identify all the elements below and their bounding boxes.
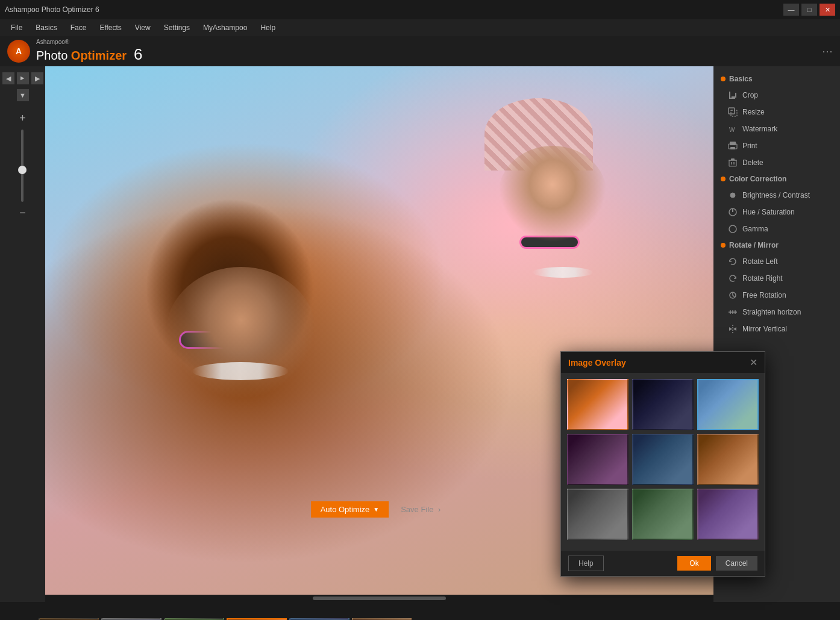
panel-item-gamma[interactable]: Gamma xyxy=(713,221,840,237)
panel-item-rotate-right[interactable]: Rotate Right xyxy=(713,270,840,287)
svg-point-14 xyxy=(729,225,736,233)
svg-rect-1 xyxy=(731,110,737,116)
nav-left-button[interactable]: ◀ xyxy=(2,72,14,84)
overlay-thumb-1[interactable] xyxy=(567,379,628,430)
image-overlay-dialog: Image Overlay ✕ xyxy=(560,351,765,577)
svg-marker-21 xyxy=(729,327,732,331)
titlebar: Ashampoo Photo Optimizer 6 — □ ✕ xyxy=(0,0,840,19)
child-face-shape xyxy=(498,146,607,242)
overlay-thumb-9[interactable] xyxy=(697,489,759,540)
rotate-right-icon xyxy=(728,274,738,283)
overlay-thumb-2[interactable] xyxy=(632,379,694,430)
overlay-thumb-8[interactable] xyxy=(632,489,694,540)
panel-item-hue[interactable]: Hue / Saturation xyxy=(713,204,840,221)
overlay-thumb-7[interactable] xyxy=(567,489,628,540)
logo-name: Photo Optimizer xyxy=(36,49,127,63)
overlay-thumb-5[interactable] xyxy=(632,434,694,485)
zoom-plus-icon[interactable]: + xyxy=(19,112,26,125)
zoom-slider-track[interactable] xyxy=(21,130,24,202)
panel-item-resize[interactable]: Resize xyxy=(713,104,840,121)
dialog-title: Image Overlay xyxy=(568,358,626,368)
overlay-thumb-6[interactable] xyxy=(697,434,759,485)
logo-brand: Ashampoo® xyxy=(36,39,143,45)
auto-optimize-label: Auto Optimize xyxy=(321,505,370,514)
menu-help[interactable]: Help xyxy=(254,21,281,34)
menu-face[interactable]: Face xyxy=(64,21,93,34)
panel-item-rotate-left[interactable]: Rotate Left xyxy=(713,253,840,270)
header: A Ashampoo® Photo Optimizer 6 ⋯ xyxy=(0,36,840,66)
help-button[interactable]: Help xyxy=(568,556,604,571)
logo-text: Ashampoo® Photo Optimizer 6 xyxy=(36,39,143,64)
menubar: File Basics Face Effects View Settings M… xyxy=(0,19,840,36)
dialog-close-button[interactable]: ✕ xyxy=(750,357,757,368)
menu-myashampoo[interactable]: MyAshampoo xyxy=(197,21,253,34)
rotate-left-icon xyxy=(728,257,738,266)
close-button[interactable]: ✕ xyxy=(820,4,835,16)
overlay-thumbnails-grid xyxy=(567,379,759,540)
straighten-icon xyxy=(728,307,738,317)
app-title: Ashampoo Photo Optimizer 6 xyxy=(5,5,99,14)
filmstrip-bar: ⤢ ⊞ xyxy=(0,602,840,620)
ok-button[interactable]: Ok xyxy=(677,556,710,571)
gamma-icon xyxy=(728,224,738,234)
panel-item-print[interactable]: Print xyxy=(713,137,840,154)
auto-optimize-dropdown-icon[interactable]: ▼ xyxy=(373,506,379,513)
svg-rect-5 xyxy=(730,147,735,149)
delete-icon xyxy=(728,158,738,168)
titlebar-controls: — □ ✕ xyxy=(783,4,835,16)
watermark-icon: W xyxy=(728,124,738,134)
menu-basics[interactable]: Basics xyxy=(30,21,63,34)
overlay-thumb-4[interactable] xyxy=(567,434,628,485)
image-scroll-bar xyxy=(45,595,713,602)
panel-item-mirror-vertical[interactable]: Mirror Vertical xyxy=(713,321,840,337)
overlay-thumb-3[interactable] xyxy=(697,379,759,430)
mirror-vertical-icon xyxy=(728,324,738,334)
nav-right-button[interactable]: ▶ xyxy=(31,72,43,84)
svg-rect-6 xyxy=(729,160,736,166)
svg-rect-3 xyxy=(730,142,736,145)
logo-area: A Ashampoo® Photo Optimizer 6 xyxy=(7,39,143,64)
crop-icon xyxy=(728,90,738,100)
share-icon[interactable]: ⋯ xyxy=(822,45,833,58)
image-scroll-thumb[interactable] xyxy=(313,597,447,600)
menu-effects[interactable]: Effects xyxy=(93,21,127,34)
print-icon xyxy=(728,141,738,151)
section-rotate-header: Rotate / Mirror xyxy=(713,237,840,253)
left-panel: ◀ ▲ ▶ ▼ + − xyxy=(0,66,45,602)
zoom-minus-icon[interactable]: − xyxy=(19,207,26,219)
menu-file[interactable]: File xyxy=(5,21,28,34)
center-toolbar: Auto Optimize ▼ Save File › xyxy=(311,501,448,518)
mother-teeth-shape xyxy=(192,362,289,380)
logo-version: 6 xyxy=(134,45,142,64)
save-file-next-icon: › xyxy=(438,505,440,514)
panel-item-brightness[interactable]: Brightness / Contrast xyxy=(713,187,840,204)
dialog-actions: Ok Cancel xyxy=(677,556,757,571)
svg-marker-22 xyxy=(733,327,736,331)
resize-icon xyxy=(728,107,738,117)
dialog-titlebar: Image Overlay ✕ xyxy=(561,352,765,373)
save-file-button[interactable]: Save File › xyxy=(393,501,448,518)
save-file-label: Save File xyxy=(401,505,433,514)
auto-optimize-button[interactable]: Auto Optimize ▼ xyxy=(311,501,389,518)
logo-highlight: Optimizer xyxy=(71,49,127,62)
nav-down-button[interactable]: ▼ xyxy=(17,89,29,101)
nav-arrows: ◀ ▲ ▶ xyxy=(2,72,43,84)
panel-item-free-rotation[interactable]: Free Rotation xyxy=(713,287,840,304)
cancel-button[interactable]: Cancel xyxy=(716,556,757,571)
nav-up-button[interactable]: ▲ xyxy=(17,72,29,84)
menu-settings[interactable]: Settings xyxy=(158,21,196,34)
logo-icon: A xyxy=(7,40,30,63)
panel-item-crop[interactable]: Crop xyxy=(713,87,840,104)
dialog-footer: Help Ok Cancel xyxy=(561,551,765,576)
panel-item-delete[interactable]: Delete xyxy=(713,154,840,171)
svg-text:W: W xyxy=(729,127,735,133)
maximize-button[interactable]: □ xyxy=(801,4,817,16)
minimize-button[interactable]: — xyxy=(783,4,799,16)
zoom-slider-thumb[interactable] xyxy=(18,166,27,174)
free-rotation-icon xyxy=(728,290,738,300)
svg-rect-10 xyxy=(731,158,735,160)
menu-view[interactable]: View xyxy=(129,21,157,34)
svg-rect-0 xyxy=(729,108,735,114)
panel-item-watermark[interactable]: W Watermark xyxy=(713,121,840,137)
panel-item-straighten[interactable]: Straighten horizon xyxy=(713,304,840,321)
